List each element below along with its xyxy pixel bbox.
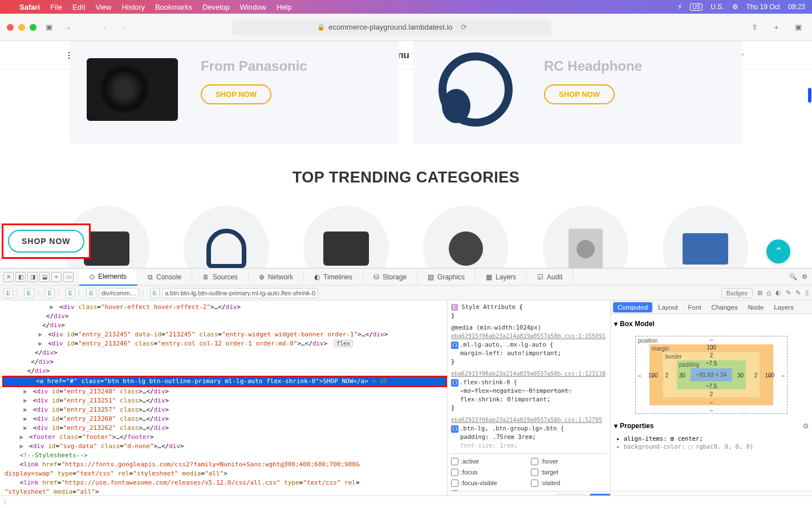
dom-node[interactable]: ▶ <div id="entry_213248" class>…</div> [2, 387, 447, 396]
dom-node[interactable]: ▶ <div id="entry_213251" class>…</div> [2, 396, 447, 405]
prop-background-color[interactable]: ▸ background-color: ▢ rgba(0, 0, 0, 0) [616, 442, 806, 450]
edit-icon[interactable]: ✎ [795, 289, 801, 296]
breadcrumb-div[interactable]: div#comm… [99, 288, 139, 298]
gear-icon[interactable]: ⚙ [802, 273, 807, 281]
dock-left-icon[interactable]: ◧ [15, 272, 26, 282]
breadcrumb-e[interactable]: E [86, 288, 96, 298]
sidebar-toggle-icon[interactable]: ▣ [42, 21, 56, 34]
menu-view[interactable]: View [96, 3, 112, 11]
options-icon[interactable]: ⊙ [803, 422, 809, 430]
menu-edit[interactable]: Edit [72, 3, 85, 11]
dom-node[interactable]: ▶ <div id="entry_213257" class>…</div> [2, 405, 447, 414]
menu-bookmarks[interactable]: Bookmarks [155, 3, 192, 11]
tool-icon[interactable]: ⊞ [757, 289, 762, 296]
control-center-icon[interactable]: ⚙︎ [732, 3, 738, 11]
dom-node[interactable]: ▶ <div id="entry_213262" class>…</div> [2, 424, 447, 433]
element-picker-icon[interactable]: ⌖ [51, 272, 62, 282]
tab-computed[interactable]: Computed [613, 302, 652, 312]
prop-align-items[interactable]: ▸ align-items: ⊞ center; [616, 434, 806, 442]
console-prompt[interactable]: 〉 [0, 495, 812, 508]
input-source[interactable]: US [690, 3, 703, 11]
breadcrumb-e[interactable]: E [45, 288, 55, 298]
dom-node[interactable]: ▶ <div id="svg-data" class="d-none">…</d… [2, 442, 447, 451]
menu-develop[interactable]: Develop [202, 3, 230, 11]
app-name[interactable]: Safari [19, 3, 40, 11]
box-model-heading[interactable]: ▾ Box Model [614, 318, 809, 330]
close-devtools-icon[interactable]: ✕ [3, 272, 14, 282]
shop-now-button[interactable]: SHOP NOW [201, 84, 271, 104]
promo-card-camera[interactable]: From Panasonic SHOP NOW [70, 41, 399, 144]
tab-elements[interactable]: ◇ Elements [79, 269, 137, 286]
menu-file[interactable]: File [50, 3, 62, 11]
address-bar[interactable]: 🔒 ecommerce-playground.lambdatest.io ⟳ [232, 19, 551, 35]
pseudo-visited[interactable]: :visited [531, 479, 599, 487]
shop-now-button[interactable]: SHOP NOW [544, 84, 615, 104]
tab-group-dropdown-icon[interactable]: ⌄ [62, 21, 75, 34]
minimize-window-button[interactable] [18, 24, 25, 31]
style-source-link[interactable]: eba62915f06ab23a214a819a0557a58b.css:1:1… [451, 332, 607, 340]
tab-changes[interactable]: Changes [707, 302, 742, 312]
dom-node[interactable]: ▶ <div id="entry_213260" class>…</div> [2, 414, 447, 424]
tab-layers[interactable]: ▦ Layers [476, 269, 527, 286]
tab-node[interactable]: Node [744, 302, 769, 312]
dom-node[interactable]: ▶ <div id="entry_213245" data-id="213245… [2, 330, 447, 339]
styles-panel[interactable]: E Style Attribute {} @media (min-width:1… [447, 300, 610, 508]
pseudo-active[interactable]: :active [451, 457, 519, 466]
shop-now-outline-button[interactable]: SHOP NOW [8, 230, 84, 253]
dom-node[interactable]: <link href="https://fonts.googleapis.com… [2, 460, 447, 469]
menubar-date[interactable]: Thu 19 Oct [746, 3, 780, 11]
back-to-top-button[interactable]: ⌃ [766, 239, 790, 263]
contrast-icon[interactable]: ◐ [776, 289, 781, 296]
dom-node[interactable]: <link href="https://use.fontawesome.com/… [2, 478, 447, 487]
dom-node[interactable]: ▶ <div id="entry_213246" class="entry-co… [2, 339, 447, 348]
dom-node[interactable]: </div> [2, 348, 447, 357]
forward-button[interactable]: › [117, 21, 131, 34]
share-icon[interactable]: ⇪ [748, 21, 762, 34]
dom-node[interactable]: </div> [2, 312, 447, 321]
responsive-design-icon[interactable]: ▭ [63, 272, 74, 282]
breadcrumb-e[interactable]: E [150, 288, 160, 298]
battery-icon[interactable]: ⚡︎ [677, 3, 682, 11]
trending-item[interactable] [543, 206, 628, 268]
brush-icon[interactable]: ✎ [786, 289, 791, 296]
menu-history[interactable]: History [121, 3, 144, 11]
close-window-button[interactable] [7, 24, 14, 31]
tab-font[interactable]: Font [684, 302, 706, 312]
maximize-window-button[interactable] [30, 24, 36, 31]
pseudo-target[interactable]: :target [531, 468, 599, 477]
tab-graphics[interactable]: ▧ Graphics [417, 269, 476, 286]
breadcrumb-anchor[interactable]: a.btn.btn-lg.btn-outline-primary.ml-lg-a… [162, 288, 318, 298]
pseudo-focus-visible[interactable]: :focus-visible [451, 479, 519, 487]
menu-window[interactable]: Window [240, 3, 266, 11]
promo-card-headphone[interactable]: RC Headphone SHOP NOW [413, 41, 742, 144]
tab-layers-r[interactable]: Layers [769, 302, 798, 312]
breadcrumb-e[interactable]: E [24, 288, 34, 298]
pseudo-focus[interactable]: :focus [451, 468, 519, 477]
print-icon[interactable]: ⎙ [767, 290, 771, 296]
trending-item[interactable] [303, 206, 389, 268]
dock-right-icon[interactable]: ◨ [27, 272, 38, 282]
dom-node[interactable]: ▶ <footer class="footer">…</footer> [2, 433, 447, 442]
trending-item[interactable] [184, 206, 269, 268]
dom-tree-panel[interactable]: ▶ <div class="hover-effect hover-effect-… [0, 300, 447, 508]
search-icon[interactable]: 🔍 [789, 273, 797, 281]
style-source-link[interactable]: eba62915f06ab23a214a819a0557a58b.css:1:5… [451, 416, 607, 424]
tab-layout[interactable]: Layout [653, 302, 683, 312]
dom-node[interactable]: ▶ <div class="hover-effect hover-effect-… [2, 303, 447, 312]
tab-console[interactable]: ⧉ Console [137, 269, 192, 286]
dom-node-selected[interactable]: <a href="#" class="btn btn-lg btn-outlin… [3, 377, 446, 386]
breadcrumb-e[interactable]: E [3, 288, 13, 298]
tab-overview-icon[interactable]: ▣ [791, 21, 805, 34]
back-button[interactable]: ‹ [98, 21, 112, 34]
reload-icon[interactable]: ⟳ [461, 23, 467, 31]
properties-heading[interactable]: ▾ Properties ⊙ [614, 420, 809, 432]
badges-button[interactable]: Badges [721, 288, 753, 298]
menu-help[interactable]: Help [277, 3, 292, 11]
tab-sources[interactable]: 🗎 Sources [192, 269, 249, 286]
dom-node[interactable]: </div> [2, 321, 447, 330]
tab-timelines[interactable]: ◐ Timelines [304, 269, 363, 286]
panel-toggle-icon[interactable]: ▯ [805, 289, 809, 296]
dom-node[interactable]: display=swap" type="text/css" rel="style… [2, 469, 447, 478]
tab-storage[interactable]: ⛁ Storage [363, 269, 417, 286]
dock-bottom-icon[interactable]: ⬓ [39, 272, 50, 282]
